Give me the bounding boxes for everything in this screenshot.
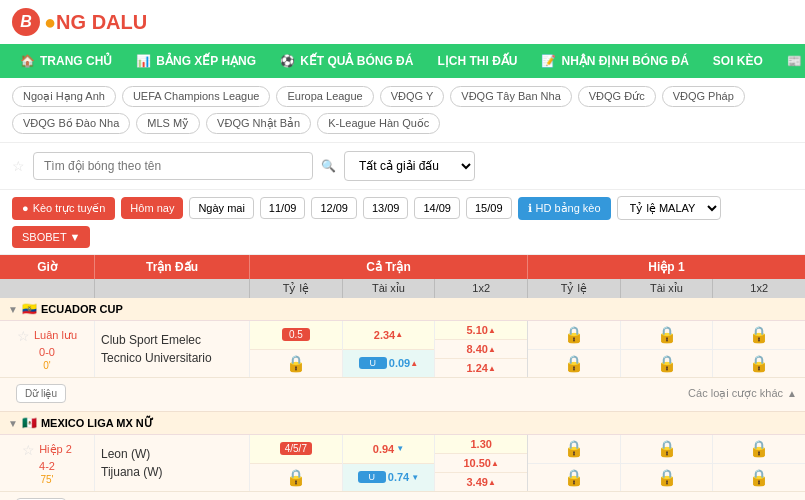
tag-k-league[interactable]: K-League Hàn Quốc: [317, 113, 440, 134]
date-11-09[interactable]: 11/09: [260, 197, 306, 219]
mexico-flag: 🇲🇽: [22, 416, 37, 430]
lock-icon: 🔒: [286, 354, 306, 373]
tag-vdqg-bdn[interactable]: VĐQG Bồ Đào Nha: [12, 113, 130, 134]
onex2-bot[interactable]: 1.24 ▲: [435, 358, 527, 377]
m2-tai-xiu-top[interactable]: 0.94 ▼: [343, 435, 435, 464]
m2-ty-le-col: 4/5/7 🔒: [250, 435, 343, 491]
nav-lich-thi-dau[interactable]: LỊCH THI ĐẤU: [425, 44, 529, 78]
tag-ngoai-hang-anh[interactable]: Ngoại Hạng Anh: [12, 86, 116, 107]
caret-icon: ▲: [787, 388, 797, 399]
favorite-star-icon[interactable]: ☆: [12, 158, 25, 174]
tag-europa[interactable]: Europa League: [276, 86, 373, 107]
search-input[interactable]: [33, 152, 313, 180]
date-ngay-mai[interactable]: Ngày mai: [189, 197, 253, 219]
date-14-09[interactable]: 14/09: [414, 197, 460, 219]
arrow-up3-icon: ▲: [488, 326, 496, 335]
hd-bang-keo-button[interactable]: ℹ HD bảng kèo: [518, 197, 611, 220]
team3-name[interactable]: Leon (W): [101, 447, 243, 461]
m2-hiep1-odds: 🔒 🔒 🔒 🔒 🔒 🔒: [528, 435, 805, 491]
m2-lock6: 🔒: [749, 468, 769, 487]
nav-ket-qua[interactable]: ⚽ KẾT QUẢ BÓNG ĐÁ: [268, 44, 425, 78]
tag-champions-league[interactable]: UEFA Champions League: [122, 86, 271, 107]
search-icon: 🔍: [321, 159, 336, 173]
match2-star-icon[interactable]: ☆: [22, 442, 35, 458]
nav-trang-chu[interactable]: 🏠 TRANG CHỦ: [8, 44, 124, 78]
team1-name[interactable]: Club Sport Emelec: [101, 333, 243, 347]
sbobet-button[interactable]: SBOBET ▼: [12, 226, 90, 248]
ca-tran-odds: 0.5 🔒 2.34 ▲ U 0.09 ▲: [250, 321, 528, 377]
onex2-top[interactable]: 5.10 ▲: [435, 321, 527, 340]
arrow-up-icon: ▲: [395, 330, 403, 339]
m2-lock3: 🔒: [657, 439, 677, 458]
m2-arrow-down-icon: ▼: [396, 444, 404, 453]
onex2-mid[interactable]: 8.40 ▲: [435, 340, 527, 358]
tag-vdqg-nhat[interactable]: VĐQG Nhật Bản: [206, 113, 311, 134]
sub-1x2: 1x2: [435, 279, 527, 298]
mexico-action-row: Dữ liệu Các loại cược khác ▲: [0, 492, 805, 500]
tag-mls[interactable]: MLS Mỹ: [136, 113, 200, 134]
tai-xiu-top-val: 2.34: [374, 329, 395, 341]
ecuador-more-bets[interactable]: Các loại cược khác ▲: [688, 387, 797, 400]
m2-1x2-top[interactable]: 1.30: [435, 435, 527, 454]
m2-tx-bot-val: 0.74: [388, 471, 409, 483]
lock3-icon: 🔒: [657, 325, 677, 344]
m2-ty-le-top[interactable]: 4/5/7: [250, 435, 342, 464]
lock2-icon: 🔒: [564, 354, 584, 373]
betting-table: Giờ Trận Đấu Cả Trận Hiệp 1 Tỷ lệ Tài xỉ…: [0, 255, 805, 500]
ty-le-top[interactable]: 0.5: [250, 321, 342, 350]
onex2-col: 5.10 ▲ 8.40 ▲ 1.24 ▲: [435, 321, 527, 377]
nav-soi-keo[interactable]: SOI KÈO: [701, 44, 775, 78]
date-15-09[interactable]: 15/09: [466, 197, 512, 219]
nav-nhan-dinh[interactable]: 📝 NHẬN ĐỊNH BÓNG ĐÁ: [529, 44, 700, 78]
header: B ●NG DALU: [0, 0, 805, 44]
date-12-09[interactable]: 12/09: [311, 197, 357, 219]
tai-xiu-top[interactable]: 2.34 ▲: [343, 321, 435, 350]
arrow-up2-icon: ▲: [410, 359, 418, 368]
table-header-row: Giờ Trận Đấu Cả Trận Hiệp 1: [0, 255, 805, 279]
match2-ca-tran-odds: 4/5/7 🔒 0.94 ▼ U 0.74 ▼ 1.30: [250, 435, 528, 491]
lock4-icon: 🔒: [657, 354, 677, 373]
sub-ty-le: Tỷ lệ: [250, 279, 343, 298]
ecuador-data-button[interactable]: Dữ liệu: [16, 384, 66, 403]
table-row: ☆ Luân lưu 0-0 0' Club Sport Emelec Tecn…: [0, 321, 805, 378]
tag-vdqg-phap[interactable]: VĐQG Pháp: [662, 86, 745, 107]
match2-status: Hiệp 2: [39, 443, 72, 456]
hiep1-ty-le: 🔒 🔒: [528, 321, 621, 377]
collapse-mexico-icon[interactable]: ▼: [8, 418, 18, 429]
match2-teams-cell: Leon (W) Tijuana (W): [95, 435, 250, 491]
m2-x2-bot-val: 3.49: [467, 476, 488, 488]
tai-xiu-col: 2.34 ▲ U 0.09 ▲: [343, 321, 436, 377]
team4-name[interactable]: Tijuana (W): [101, 465, 243, 479]
collapse-ecuador-icon[interactable]: ▼: [8, 304, 18, 315]
tag-vdqg-duc[interactable]: VĐQG Đức: [578, 86, 656, 107]
info-icon: ℹ: [528, 202, 532, 215]
date-hom-nay[interactable]: Hôm nay: [121, 197, 183, 219]
league-ecuador: ▼ 🇪🇨 ECUADOR CUP: [0, 298, 805, 321]
nav-bang-xep-hang[interactable]: 📊 BẢNG XẾP HẠNG: [124, 44, 268, 78]
h1-ty-le-bot: 🔒: [528, 350, 620, 378]
h1-1x2-bot: 🔒: [713, 350, 805, 378]
keo-truc-tuyen-button[interactable]: ● Kèo trực tuyến: [12, 197, 115, 220]
league-filter-dropdown[interactable]: Tất cả giải đấu Ngoại Hạng Anh La Liga: [344, 151, 475, 181]
m2-1x2-mid[interactable]: 10.50 ▲: [435, 454, 527, 472]
h1-ty-le-top: 🔒: [528, 321, 620, 350]
m2-lock1: 🔒: [564, 439, 584, 458]
m2-u-tag: U: [358, 471, 386, 483]
match-star-icon[interactable]: ☆: [17, 328, 30, 344]
tai-xiu-bot[interactable]: U 0.09 ▲: [343, 350, 435, 378]
arrow-up4-icon: ▲: [488, 345, 496, 354]
nav-tin-tuc[interactable]: 📰 TIN TỨC: [775, 44, 805, 78]
team2-name[interactable]: Tecnico Universitario: [101, 351, 243, 365]
match-score: 0-0: [39, 346, 55, 358]
date-13-09[interactable]: 13/09: [363, 197, 409, 219]
tag-vdqg-tbn[interactable]: VĐQG Tây Ban Nha: [450, 86, 571, 107]
match-minute: 0': [43, 360, 50, 371]
m2-1x2-bot[interactable]: 3.49 ▲: [435, 472, 527, 491]
m2-lock4: 🔒: [657, 468, 677, 487]
logo-icon: B: [12, 8, 40, 36]
ratio-select[interactable]: Tỷ lệ MALAY: [617, 196, 721, 220]
m2-tx-top-val: 0.94: [373, 443, 394, 455]
ecuador-league-name: ECUADOR CUP: [41, 303, 123, 315]
tag-vdqg-y[interactable]: VĐQG Y: [380, 86, 445, 107]
m2-tai-xiu-bot[interactable]: U 0.74 ▼: [343, 464, 435, 492]
